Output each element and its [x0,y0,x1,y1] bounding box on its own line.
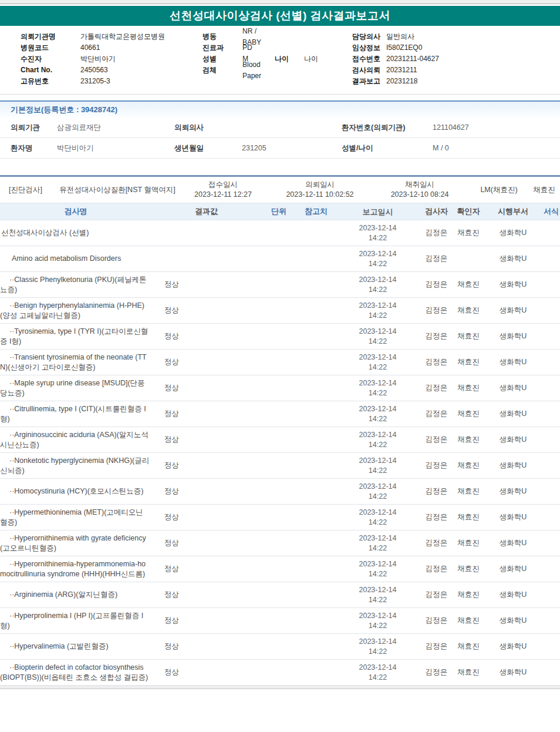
report-date: 2023-12-14 [359,250,397,258]
info-value: 삼광의료재단 [57,123,174,133]
header-cell-reference: 참고치 [296,206,336,217]
tester-cell: 김정은 [420,590,453,600]
result-cell: 정상 [151,331,261,341]
report-date: 2023-12-14 [359,456,397,465]
table-row: ··Citrullinemia, type I (CIT)(시트룰린혈증 I형)… [0,401,560,427]
report-time: 14:22 [369,337,387,345]
report-date: 2023-12-14 [359,379,397,387]
table-row: ··Hyperornithinemia with gyrate deficien… [0,530,560,556]
confirmer-cell: 채효진 [453,280,484,290]
header-column-order: 담당의사일반의사 임상정보I580Z1EQ0 접수번호20231211-0462… [352,31,439,87]
test-name-cell: ··Classic Phenylketonuria (PKU)(페닐케톤뇨증) [0,275,151,295]
table-row: ··Nonketotic hyperglycinemia (NKHG)(글리신뇌… [0,453,560,479]
field-value: 가톨릭대학교은평성모병원 [80,31,165,42]
field-label: 수진자 [21,53,80,65]
info-label: 환자명 [0,143,57,153]
field-label: 병동 [203,31,242,42]
report-time: 14:22 [369,234,387,242]
bottom-bar [0,686,560,689]
field-value: 20231211-04627 [386,53,439,65]
header-cell-test-name: 검사명 [0,206,151,217]
department-cell: 생화학U [484,564,542,574]
field-label: 임상정보 [352,42,386,53]
field-label: 담당의사 [352,31,386,42]
result-cell: 정상 [151,616,261,626]
test-name-cell: ··Nonketotic hyperglycinemia (NKHG)(글리신뇌… [0,456,151,476]
result-cell: 정상 [151,538,261,548]
department-cell: 생화학U [484,254,542,264]
result-cell: 정상 [151,667,261,677]
receipt-datetime: 접수일시 2023-12-11 12:27 [176,180,270,200]
field-value: 2450563 [80,65,108,76]
tester-cell: 김정은 [420,538,453,548]
basic-info-section: 기본정보(등록번호 : 39428742) 의뢰기관 삼광의료재단 의뢰의사 환… [0,100,560,175]
field-label: 검체 [203,65,242,76]
test-name-cell: ··Hypermethioninemia (MET)(고메티오닌혈증) [0,508,151,528]
results-table-body: 선천성대사이상검사 (선별) 2023-12-14 14:22 김정은 채효진 … [0,220,560,686]
department-cell: 생화학U [484,331,542,341]
field-label: 성별 [203,53,242,65]
header-cell-unit: 단위 [261,206,296,217]
table-row: ··Transient tyrosinemia of the neonate (… [0,350,560,375]
result-cell: 정상 [151,280,261,290]
report-time: 14:22 [369,673,387,681]
tester-cell: 김정은 [420,331,453,341]
field-value: I580Z1EQ0 [386,42,422,53]
tester-cell: 김정은 [420,280,453,290]
header-cell-department: 시행부서 [484,206,542,217]
confirmer-cell: 채효진 [453,512,484,522]
tester-cell: 김정은 [420,383,453,393]
tester-cell: 김정은 [420,486,453,496]
table-row: ··Homocystinuria (HCY)(호모시스틴뇨증) 정상 2023-… [0,479,560,505]
header-cell-confirmer: 확인자 [453,206,484,217]
field-value: 231205-3 [80,76,110,87]
department-cell: 생화학U [484,667,542,677]
field-label: 진료과 [203,42,242,53]
report-date-cell: 2023-12-14 14:22 [336,378,420,398]
report-date-cell: 2023-12-14 14:22 [336,223,420,243]
field-value: 20231211 [386,65,417,76]
header-cell-form: 서식 [542,206,560,217]
confirmer-cell: 채효진 [453,642,484,652]
test-name-cell: ··Hyperornithinemia-hyperammonemia-homoc… [0,559,151,579]
department-cell: 생화학U [484,357,542,367]
report-date-cell: 2023-12-14 14:22 [336,301,420,321]
confirmer-cell: 채효진 [453,538,484,548]
result-cell: 정상 [151,642,261,652]
result-cell: 정상 [151,486,261,496]
collect-label: 채취일시 [405,180,434,189]
report-date-cell: 2023-12-14 14:22 [336,482,420,502]
report-date: 2023-12-14 [359,508,397,516]
basic-info-row: 의뢰기관 삼광의료재단 의뢰의사 환자번호(의뢰기관) 121104627 [0,117,560,138]
result-cell: 정상 [151,305,261,315]
header-cell-result: 결과값 [151,206,261,217]
field-label: 결과보고 [352,76,386,87]
page-title: 선천성대사이상검사 (선별) 검사결과보고서 [170,9,390,22]
report-date: 2023-12-14 [359,327,397,335]
report-date-cell: 2023-12-14 14:22 [336,637,420,657]
test-name-cell: ··Homocystinuria (HCY)(호모시스틴뇨증) [0,486,151,496]
confirmer-cell: 채효진 [453,331,484,341]
title-bar: 선천성대사이상검사 (선별) 검사결과보고서 [0,6,560,26]
report-date-cell: 2023-12-14 14:22 [336,559,420,579]
department-cell: 생화학U [484,305,542,315]
table-row: ··Hypermethioninemia (MET)(고메티오닌혈증) 정상 2… [0,505,560,530]
table-row: ··Classic Phenylketonuria (PKU)(페닐케톤뇨증) … [0,272,560,298]
info-label: 환자번호(의뢰기관) [342,123,433,133]
department-cell: 생화학U [484,461,542,471]
basic-info-row: 환자명 박단비아기 생년월일 231205 성별/나이 M / 0 [0,138,560,159]
report-date-cell: 2023-12-14 14:22 [336,611,420,631]
test-name-cell: ··Hyperprolinemia I (HP I)(고프롤린혈증 I형) [0,611,151,631]
field-row: 수진자박단비아기 [21,53,165,65]
request-value: 2023-12-11 10:02:52 [286,190,353,199]
report-time: 14:22 [369,415,387,423]
table-row: ··Hyperornithinemia-hyperammonemia-homoc… [0,556,560,582]
table-row: ··Maple syrup urine disease [MSUD](단풍당뇨증… [0,375,560,401]
confirmer-cell: 채효진 [453,435,484,445]
report-date-cell: 2023-12-14 14:22 [336,327,420,347]
table-row: ··Tyrosinemia, type I (TYR I)(고타이로신혈증 I형… [0,324,560,350]
tester-cell: 김정은 [420,642,453,652]
info-label: 의뢰의사 [174,123,242,133]
field-row: 병동NR / BABY [203,31,318,42]
report-date-cell: 2023-12-14 14:22 [336,508,420,528]
